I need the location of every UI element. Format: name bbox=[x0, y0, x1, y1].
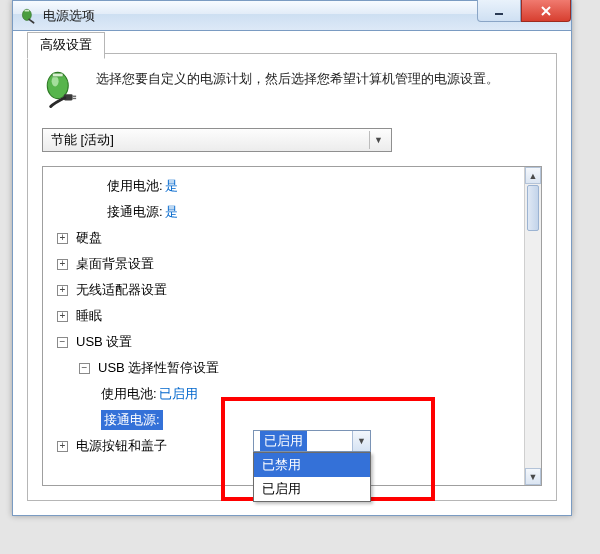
tree-node-wireless[interactable]: + 无线适配器设置 bbox=[49, 277, 541, 303]
usb-suspend-label: USB 选择性暂停设置 bbox=[98, 359, 219, 377]
expand-icon[interactable]: + bbox=[57, 233, 68, 244]
dialog-content: 高级设置 选择您要自定义的电源计划，然后选择您希望计算机管理的电源设置。 bbox=[13, 31, 571, 515]
close-button[interactable] bbox=[521, 0, 571, 22]
expand-icon[interactable]: + bbox=[57, 441, 68, 452]
usb-ac-combo[interactable]: 已启用 ▼ bbox=[253, 430, 371, 452]
tree-row-ac[interactable]: 接通电源: 是 bbox=[49, 199, 541, 225]
chevron-down-icon: ▼ bbox=[369, 131, 387, 149]
expand-icon[interactable]: + bbox=[57, 311, 68, 322]
settings-tree: ▲ ▼ 使用电池: 是 接通电源: 是 + 硬盘 bbox=[42, 166, 542, 486]
expand-icon[interactable]: + bbox=[57, 285, 68, 296]
hdd-label: 硬盘 bbox=[76, 229, 102, 247]
svg-rect-5 bbox=[53, 73, 64, 77]
svg-rect-2 bbox=[495, 13, 503, 15]
collapse-icon[interactable]: − bbox=[57, 337, 68, 348]
wireless-label: 无线适配器设置 bbox=[76, 281, 167, 299]
power-plan-select[interactable]: 节能 [活动] ▼ bbox=[42, 128, 392, 152]
expand-icon[interactable]: + bbox=[57, 259, 68, 270]
battery-label: 使用电池: bbox=[107, 177, 163, 195]
power-options-dialog: 电源选项 高级设置 bbox=[12, 0, 572, 516]
battery-plug-icon bbox=[19, 7, 37, 25]
tree-node-desktop-bg[interactable]: + 桌面背景设置 bbox=[49, 251, 541, 277]
svg-rect-7 bbox=[73, 96, 77, 97]
sleep-label: 睡眠 bbox=[76, 307, 102, 325]
scroll-thumb[interactable] bbox=[527, 185, 539, 231]
window-title: 电源选项 bbox=[43, 7, 95, 25]
tree-node-hdd[interactable]: + 硬盘 bbox=[49, 225, 541, 251]
tree-node-sleep[interactable]: + 睡眠 bbox=[49, 303, 541, 329]
minimize-button[interactable] bbox=[477, 0, 521, 22]
vertical-scrollbar[interactable]: ▲ ▼ bbox=[524, 167, 541, 485]
plan-selected-value: 节能 [活动] bbox=[51, 131, 114, 149]
svg-rect-1 bbox=[25, 9, 30, 11]
tree-row-usb-battery[interactable]: 使用电池: 已启用 bbox=[49, 381, 541, 407]
combo-selected: 已启用 bbox=[260, 431, 307, 451]
battery-value[interactable]: 是 bbox=[165, 177, 178, 195]
usb-batt-label: 使用电池: bbox=[101, 385, 157, 403]
scroll-down-button[interactable]: ▼ bbox=[525, 468, 541, 485]
ac-label: 接通电源: bbox=[107, 203, 163, 221]
collapse-icon[interactable]: − bbox=[79, 363, 90, 374]
tab-frame: 高级设置 选择您要自定义的电源计划，然后选择您希望计算机管理的电源设置。 bbox=[27, 53, 557, 501]
scroll-up-button[interactable]: ▲ bbox=[525, 167, 541, 184]
power-button-label: 电源按钮和盖子 bbox=[76, 437, 167, 455]
titlebar[interactable]: 电源选项 bbox=[13, 1, 571, 31]
usb-ac-label: 接通电源: bbox=[101, 410, 163, 430]
explain-row: 选择您要自定义的电源计划，然后选择您希望计算机管理的电源设置。 bbox=[42, 68, 542, 110]
ac-value[interactable]: 是 bbox=[165, 203, 178, 221]
chevron-down-icon[interactable]: ▼ bbox=[352, 431, 370, 451]
tab-advanced[interactable]: 高级设置 bbox=[27, 32, 105, 59]
desktop-bg-label: 桌面背景设置 bbox=[76, 255, 154, 273]
tree-node-usb[interactable]: − USB 设置 bbox=[49, 329, 541, 355]
dropdown-option-disabled[interactable]: 已禁用 bbox=[254, 453, 370, 477]
explain-text: 选择您要自定义的电源计划，然后选择您希望计算机管理的电源设置。 bbox=[96, 68, 499, 110]
usb-ac-dropdown[interactable]: 已禁用 已启用 bbox=[253, 452, 371, 502]
svg-point-4 bbox=[52, 76, 59, 87]
usb-label: USB 设置 bbox=[76, 333, 132, 351]
tree-row-battery[interactable]: 使用电池: 是 bbox=[49, 173, 541, 199]
svg-rect-8 bbox=[73, 98, 77, 99]
usb-batt-value[interactable]: 已启用 bbox=[159, 385, 198, 403]
battery-plug-large-icon bbox=[42, 68, 84, 110]
dropdown-option-enabled[interactable]: 已启用 bbox=[254, 477, 370, 501]
tree-node-usb-suspend[interactable]: − USB 选择性暂停设置 bbox=[49, 355, 541, 381]
